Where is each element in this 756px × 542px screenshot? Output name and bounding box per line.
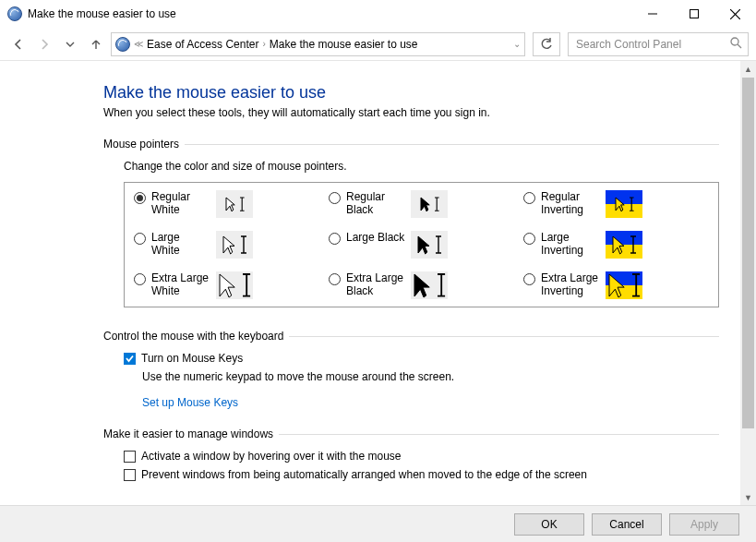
pointer-option-5[interactable]: Large Inverting (523, 231, 709, 259)
hover-activate-label: Activate a window by hovering over it wi… (141, 450, 401, 463)
pointer-option-7[interactable]: Extra Large Black (329, 271, 514, 299)
scroll-up-icon[interactable]: ▲ (740, 61, 756, 77)
pointer-option-0[interactable]: Regular White (134, 190, 319, 218)
pointer-option-4[interactable]: Large Black (329, 231, 514, 259)
group-manage-windows: Make it easier to manage windows (103, 428, 719, 440)
breadcrumb-1[interactable]: Make the mouse easier to use (270, 38, 418, 51)
pointer-preview-4 (411, 231, 448, 259)
footer: OK Cancel Apply (0, 505, 756, 542)
svg-rect-1 (690, 10, 698, 18)
pointer-radio-5[interactable] (523, 233, 535, 245)
pointer-label-3: Large White (151, 231, 210, 258)
address-bar[interactable]: ≪ Ease of Access Center › Make the mouse… (111, 32, 525, 56)
pointer-label-4: Large Black (346, 231, 405, 244)
pointer-option-8[interactable]: Extra Large Inverting (523, 271, 709, 299)
prevent-arrange-checkbox-row[interactable]: Prevent windows from being automatically… (124, 468, 719, 481)
nav-recent-dropdown[interactable] (59, 33, 81, 55)
pointer-option-2[interactable]: Regular Inverting (523, 190, 709, 218)
address-dropdown-icon[interactable]: ⌄ (513, 39, 521, 49)
scroll-down-icon[interactable]: ▼ (740, 489, 756, 505)
group-mouse-pointers-desc: Change the color and size of mouse point… (124, 160, 719, 173)
svg-point-4 (731, 38, 738, 45)
prevent-arrange-label: Prevent windows from being automatically… (141, 468, 587, 481)
pointer-radio-7[interactable] (329, 273, 341, 285)
close-button[interactable] (714, 0, 756, 28)
pointer-label-2: Regular Inverting (541, 190, 600, 217)
window-title: Make the mouse easier to use (28, 7, 176, 20)
pointer-preview-7 (411, 271, 448, 299)
mouse-keys-checkbox[interactable] (124, 353, 136, 365)
pointer-preview-5 (606, 231, 642, 259)
mouse-keys-helper: Use the numeric keypad to move the mouse… (142, 370, 719, 383)
pointer-option-1[interactable]: Regular Black (329, 190, 514, 218)
pointer-radio-4[interactable] (329, 233, 341, 245)
minimize-button[interactable] (631, 0, 673, 28)
setup-mouse-keys-link[interactable]: Set up Mouse Keys (142, 396, 719, 409)
cancel-button[interactable]: Cancel (592, 513, 662, 536)
maximize-button[interactable] (673, 0, 714, 28)
mouse-keys-checkbox-row[interactable]: Turn on Mouse Keys (124, 352, 719, 365)
nav-forward-button[interactable] (33, 33, 55, 55)
hover-activate-checkbox-row[interactable]: Activate a window by hovering over it wi… (124, 450, 719, 463)
navbar: ≪ Ease of Access Center › Make the mouse… (0, 28, 756, 61)
prevent-arrange-checkbox[interactable] (124, 469, 136, 481)
search-icon (730, 37, 742, 52)
breadcrumb-0[interactable]: Ease of Access Center (147, 38, 258, 51)
pointer-radio-2[interactable] (523, 192, 535, 204)
breadcrumb-sep-icon: › (262, 39, 265, 49)
search-box[interactable] (568, 32, 749, 56)
page-subtitle: When you select these tools, they will a… (103, 106, 719, 119)
nav-up-button[interactable] (85, 33, 107, 55)
svg-line-5 (738, 44, 741, 48)
hover-activate-checkbox[interactable] (124, 451, 136, 463)
nav-back-button[interactable] (7, 33, 30, 55)
apply-button[interactable]: Apply (669, 513, 739, 536)
pointer-label-6: Extra Large White (151, 271, 210, 298)
pointer-label-1: Regular Black (346, 190, 405, 217)
scrollbar-thumb[interactable] (742, 78, 754, 428)
address-icon (115, 37, 130, 52)
app-icon (7, 6, 22, 21)
pointer-radio-8[interactable] (523, 273, 535, 285)
pointer-radio-6[interactable] (134, 273, 146, 285)
pointer-option-6[interactable]: Extra Large White (134, 271, 319, 299)
pointer-radio-1[interactable] (329, 192, 341, 204)
pointer-options-grid: Regular White Regular Black Regular Inve… (124, 182, 719, 307)
pointer-preview-0 (216, 190, 253, 218)
pointer-label-7: Extra Large Black (346, 271, 405, 298)
address-prefix-icon: ≪ (134, 39, 143, 49)
pointer-radio-3[interactable] (134, 233, 146, 245)
pointer-preview-6 (216, 271, 253, 299)
pointer-preview-8 (606, 271, 642, 299)
vertical-scrollbar[interactable]: ▲ ▼ (740, 61, 756, 505)
titlebar: Make the mouse easier to use (0, 0, 756, 28)
pointer-radio-0[interactable] (134, 192, 146, 204)
group-mouse-pointers: Mouse pointers (103, 138, 719, 151)
mouse-keys-label: Turn on Mouse Keys (141, 352, 243, 365)
pointer-preview-3 (216, 231, 253, 259)
pointer-label-0: Regular White (151, 190, 210, 217)
refresh-button[interactable] (533, 32, 560, 56)
pointer-option-3[interactable]: Large White (134, 231, 319, 259)
pointer-preview-2 (606, 190, 642, 218)
content: Make the mouse easier to use When you se… (0, 61, 756, 496)
search-input[interactable] (574, 37, 730, 52)
pointer-label-8: Extra Large Inverting (541, 271, 600, 298)
page-title: Make the mouse easier to use (103, 83, 719, 102)
pointer-preview-1 (411, 190, 448, 218)
group-keyboard-mouse: Control the mouse with the keyboard (103, 330, 719, 343)
pointer-label-5: Large Inverting (541, 231, 600, 258)
ok-button[interactable]: OK (514, 513, 584, 536)
